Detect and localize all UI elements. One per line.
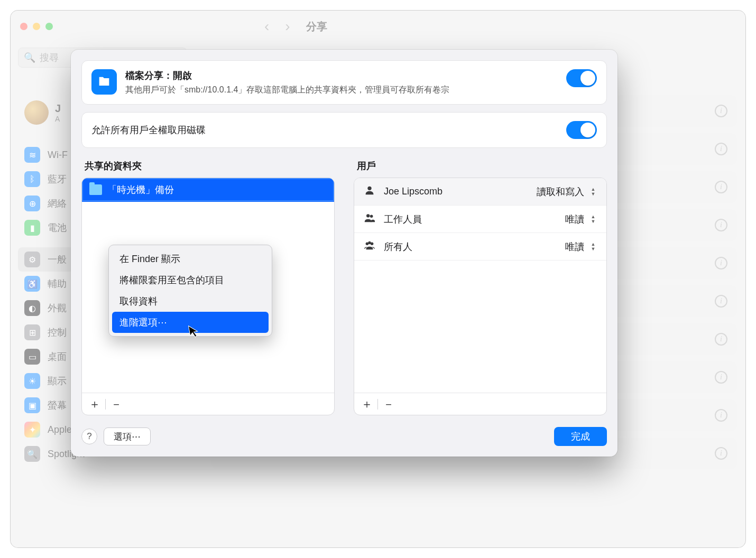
sheet-footer: ? 選項⋯ 完成 (81, 427, 607, 446)
user-permission-select[interactable]: 讀取和寫入▲▼ (537, 185, 598, 198)
add-folder-button[interactable]: ＋ (87, 397, 102, 412)
user-name-label: Joe Lipscomb (384, 186, 529, 197)
separator (105, 399, 106, 410)
svg-point-5 (371, 243, 374, 246)
folder-item-selected[interactable]: 「時光機」備份 (82, 178, 334, 201)
users-list: Joe Lipscomb 讀取和寫入▲▼ 工作人員 唯讀▲▼ 所有人 唯讀▲▼ (354, 178, 607, 415)
file-sharing-icon (91, 69, 117, 95)
context-menu: 在 Finder 顯示 將權限套用至包含的項目 取得資料 進階選項⋯ (108, 245, 272, 337)
ctx-apply-permissions[interactable]: 將權限套用至包含的項目 (112, 269, 269, 291)
full-disk-card: 允許所有用戶全權取用磁碟 (81, 112, 607, 148)
file-sharing-toggle[interactable] (566, 69, 597, 87)
perm-label: 讀取和寫入 (537, 185, 584, 198)
ctx-show-in-finder[interactable]: 在 Finder 顯示 (112, 248, 269, 269)
stepper-icon: ▲▼ (588, 213, 598, 225)
group-icon (363, 239, 376, 254)
add-user-button[interactable]: ＋ (359, 397, 374, 412)
people-icon (363, 212, 376, 226)
help-button[interactable]: ? (81, 429, 97, 444)
user-name-label: 所有人 (384, 240, 558, 253)
user-permission-select[interactable]: 唯讀▲▼ (565, 240, 598, 253)
person-icon (363, 184, 376, 199)
user-row[interactable]: 所有人 唯讀▲▼ (354, 233, 606, 261)
users-column: 用戶 Joe Lipscomb 讀取和寫入▲▼ 工作人員 唯讀▲▼ (354, 160, 607, 415)
users-footer: ＋ － (354, 393, 606, 415)
folder-icon (89, 184, 102, 195)
remove-user-button[interactable]: － (381, 397, 396, 412)
users-header: 用戶 (357, 160, 607, 172)
svg-point-1 (366, 215, 370, 218)
file-sharing-title: 檔案分享：開啟 (125, 69, 449, 82)
stepper-icon: ▲▼ (588, 186, 598, 198)
perm-label: 唯讀 (565, 213, 584, 226)
svg-point-0 (367, 187, 371, 190)
separator (377, 399, 378, 410)
full-disk-toggle[interactable] (566, 121, 597, 139)
done-button[interactable]: 完成 (554, 427, 607, 446)
full-disk-label: 允許所有用戶全權取用磁碟 (91, 124, 206, 136)
file-sharing-card: 檔案分享：開啟 其他用戶可於「smb://10.0.1.4」存取這部電腦上的共享… (81, 60, 607, 105)
user-row[interactable]: 工作人員 唯讀▲▼ (354, 206, 606, 233)
user-name-label: 工作人員 (384, 213, 558, 226)
folder-name: 「時光機」備份 (107, 183, 174, 196)
shared-folders-header: 共享的資料夾 (85, 160, 335, 172)
options-button[interactable]: 選項⋯ (104, 427, 151, 445)
perm-label: 唯讀 (565, 240, 584, 253)
user-permission-select[interactable]: 唯讀▲▼ (565, 213, 598, 226)
user-row[interactable]: Joe Lipscomb 讀取和寫入▲▼ (354, 178, 606, 206)
remove-folder-button[interactable]: － (109, 397, 124, 412)
file-sharing-subtitle: 其他用戶可於「smb://10.0.1.4」存取這部電腦上的共享資料夾，管理員可… (125, 84, 449, 96)
ctx-get-info[interactable]: 取得資料 (112, 291, 269, 312)
svg-point-2 (370, 215, 373, 218)
stepper-icon: ▲▼ (588, 241, 598, 253)
folders-footer: ＋ － (82, 393, 334, 415)
